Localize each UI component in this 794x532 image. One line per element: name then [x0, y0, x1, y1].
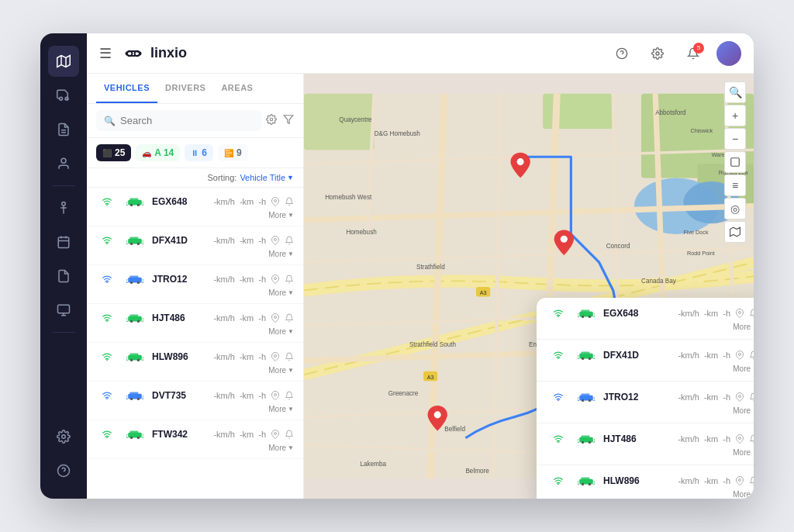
- floating-more-link[interactable]: More ▼: [733, 323, 754, 331]
- svg-rect-13: [58, 305, 70, 313]
- more-link[interactable]: More ▼: [268, 444, 294, 452]
- funnel-filter-icon[interactable]: [283, 114, 294, 127]
- svg-point-8: [62, 202, 66, 206]
- left-panel: VEHICLES DRIVERS AREAS 🔍: [87, 74, 304, 499]
- svg-point-136: [589, 483, 591, 485]
- tab-drivers[interactable]: DRIVERS: [157, 74, 213, 103]
- sidebar-item-passenger[interactable]: [48, 192, 79, 223]
- floating-hours: -h: [723, 476, 730, 485]
- floating-vehicle-item[interactable]: HJT486 -km/h -km -h More ▼: [537, 423, 754, 465]
- svg-point-135: [582, 483, 584, 485]
- svg-rect-34: [129, 237, 138, 240]
- settings-button[interactable]: [645, 41, 670, 66]
- floating-vehicle-id: EGX648: [603, 308, 671, 319]
- vehicle-id: FTW342: [152, 429, 207, 440]
- map-controls: 🔍 + − ≡ ◎: [724, 81, 746, 243]
- map-view-button[interactable]: [724, 221, 746, 243]
- count-offline[interactable]: 📴 9: [218, 144, 248, 161]
- tab-vehicles[interactable]: VEHICLES: [96, 74, 157, 103]
- sidebar-item-document[interactable]: [48, 261, 79, 292]
- floating-vehicle-item[interactable]: HLW896 -km/h -km -h More ▼: [537, 465, 754, 499]
- floating-vehicle-item[interactable]: DFX41D -km/h -km -h More ▼: [537, 340, 754, 382]
- floating-vehicle-item[interactable]: EGX648 -km/h -km -h More ▼: [537, 298, 754, 340]
- floating-more-link[interactable]: More ▼: [733, 448, 754, 457]
- map-area[interactable]: Quaycentre Abbotsford Chiswick Wareemba …: [304, 74, 754, 499]
- gear-filter-icon[interactable]: [266, 114, 277, 127]
- floating-more-link[interactable]: More ▼: [733, 364, 754, 373]
- sidebar-item-vehicle[interactable]: [48, 80, 79, 111]
- sidebar-item-analytics[interactable]: [48, 295, 79, 326]
- vehicle-item[interactable]: HLW896 -km/h -km -h More ▼: [87, 343, 303, 382]
- svg-text:Abbotsford: Abbotsford: [655, 109, 685, 116]
- location-icon: [271, 352, 280, 361]
- svg-point-43: [274, 278, 277, 280]
- vehicle-item[interactable]: DFX41D -km/h -km -h More ▼: [87, 226, 303, 265]
- floating-vehicle-id: JTRO12: [603, 392, 671, 402]
- sidebar-item-driver[interactable]: [48, 148, 79, 179]
- locate-button[interactable]: ◎: [724, 198, 746, 219]
- count-parked[interactable]: ⏸ 6: [185, 144, 213, 161]
- tab-areas[interactable]: AREAS: [213, 74, 261, 103]
- floating-more-link[interactable]: More ▼: [733, 406, 754, 415]
- hamburger-button[interactable]: ☰: [99, 45, 112, 62]
- vehicle-hours: -h: [258, 313, 266, 323]
- more-link[interactable]: More ▼: [268, 327, 294, 336]
- vehicle-speed: -km/h: [213, 236, 235, 245]
- svg-point-61: [274, 394, 277, 396]
- vehicle-speed: -km/h: [213, 391, 235, 400]
- more-link[interactable]: More ▼: [268, 250, 294, 258]
- sidebar-item-settings[interactable]: [48, 421, 79, 452]
- svg-point-117: [582, 358, 584, 360]
- bell-icon: [285, 313, 294, 323]
- sidebar-divider-1: [52, 185, 75, 186]
- map-search-button[interactable]: 🔍: [724, 81, 746, 103]
- floating-speed: -km/h: [678, 309, 699, 318]
- svg-rect-46: [129, 315, 138, 318]
- layers-button[interactable]: [724, 151, 746, 173]
- sorting-value[interactable]: Vehicle Title: [240, 173, 285, 182]
- vehicle-wifi-icon: [96, 271, 118, 287]
- vehicle-dist: -km: [240, 275, 254, 284]
- floating-vehicle-item[interactable]: JTRO12 -km/h -km -h More ▼: [537, 382, 754, 423]
- svg-point-29: [130, 204, 133, 206]
- svg-point-50: [106, 359, 108, 361]
- sidebar-item-calendar[interactable]: [48, 226, 79, 257]
- notification-button[interactable]: 5: [681, 41, 706, 66]
- vehicle-wifi-icon: [96, 427, 118, 442]
- zoom-in-button[interactable]: +: [724, 105, 746, 126]
- vehicle-item[interactable]: FTW342 -km/h -km -h More ▼: [87, 420, 303, 459]
- floating-more-link[interactable]: More ▼: [733, 490, 754, 499]
- count-active[interactable]: 🚗 A 14: [136, 144, 180, 161]
- svg-point-42: [137, 282, 140, 284]
- svg-point-62: [106, 437, 108, 438]
- vehicle-item[interactable]: JTRO12 -km/h -km -h More ▼: [87, 265, 303, 304]
- search-input-wrap[interactable]: 🔍: [96, 110, 261, 131]
- search-input[interactable]: [120, 115, 254, 126]
- vehicle-dist: -km: [240, 352, 254, 361]
- zoom-out-button[interactable]: −: [724, 128, 746, 150]
- more-link[interactable]: More ▼: [268, 366, 294, 375]
- vehicle-item[interactable]: DVT735 -km/h -km -h More ▼: [87, 382, 303, 420]
- more-link[interactable]: More ▼: [268, 211, 294, 219]
- vehicle-dist: -km: [240, 313, 254, 323]
- floating-hours: -h: [723, 309, 730, 318]
- more-link[interactable]: More ▼: [268, 288, 294, 297]
- vehicle-id: HJT486: [152, 313, 207, 323]
- sidebar-item-help[interactable]: [48, 455, 79, 486]
- vehicle-item[interactable]: EGX648 -km/h -km -h More ▼: [87, 188, 303, 226]
- help-button[interactable]: [609, 41, 634, 66]
- user-avatar[interactable]: [716, 41, 741, 66]
- sidebar-item-reports[interactable]: [48, 114, 79, 145]
- vehicle-car-icon: [124, 310, 146, 326]
- vehicle-item[interactable]: HJT486 -km/h -km -h More ▼: [87, 304, 303, 343]
- location-icon: [271, 197, 280, 206]
- count-all[interactable]: ⬛ 25: [96, 144, 131, 161]
- more-link[interactable]: More ▼: [268, 405, 294, 413]
- filter-map-button[interactable]: ≡: [724, 174, 746, 196]
- svg-rect-122: [581, 394, 589, 397]
- svg-point-67: [274, 433, 277, 435]
- floating-location-icon: [735, 309, 744, 318]
- svg-text:A3: A3: [427, 374, 434, 381]
- sidebar-item-map[interactable]: [48, 46, 79, 77]
- bell-icon: [285, 391, 294, 400]
